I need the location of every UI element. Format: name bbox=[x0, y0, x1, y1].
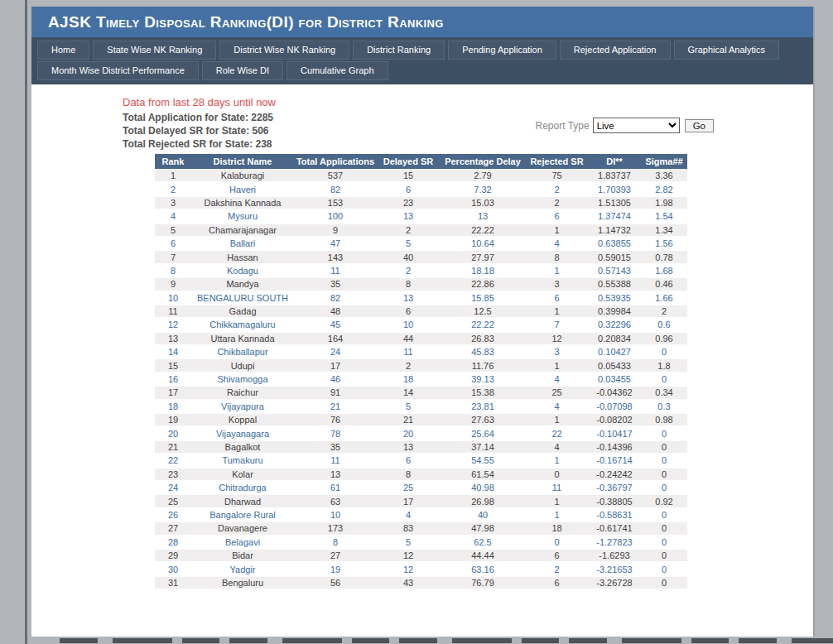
table-row: 8Kodagu11218.1810.571431.68 bbox=[155, 264, 687, 277]
table-cell: -0.16714 bbox=[588, 454, 641, 467]
go-button[interactable]: Go bbox=[685, 119, 714, 132]
table-row: 13Uttara Kannada1644426.83120.208340.96 bbox=[155, 332, 687, 345]
table-cell: 0.6 bbox=[641, 318, 687, 331]
table-cell: Dakshina Kannada bbox=[191, 196, 294, 209]
table-cell: 56 bbox=[294, 576, 377, 589]
table-cell: 39.13 bbox=[440, 372, 526, 386]
table-cell: 0.96 bbox=[641, 332, 687, 345]
table-cell: 0.53935 bbox=[588, 291, 641, 305]
table-cell: 10 bbox=[155, 291, 191, 305]
table-cell: 18 bbox=[377, 372, 440, 386]
tab-month-wise-district-performance[interactable]: Month Wise District Performance bbox=[37, 61, 199, 80]
table-cell: 4 bbox=[526, 440, 588, 454]
table-cell: 25 bbox=[155, 494, 191, 507]
data-range-notice: Data from last 28 days until now bbox=[123, 96, 813, 108]
tab-district-ranking[interactable]: District Ranking bbox=[353, 41, 445, 60]
table-cell: 0.20834 bbox=[588, 332, 641, 345]
table-cell: 8 bbox=[377, 468, 440, 481]
table-cell: 8 bbox=[526, 250, 588, 263]
table-cell: 2.82 bbox=[641, 182, 687, 195]
table-cell: 1 bbox=[526, 494, 588, 507]
table-cell: 11 bbox=[526, 481, 588, 494]
table-cell: Kalaburagi bbox=[191, 169, 294, 182]
table-cell: 13 bbox=[294, 468, 377, 481]
table-cell: 1 bbox=[526, 358, 588, 372]
totals-line: Total Rejected SR for State: 238 bbox=[123, 137, 813, 151]
table-cell: 83 bbox=[377, 521, 440, 535]
table-cell: 43 bbox=[377, 576, 440, 589]
table-cell: 47 bbox=[294, 237, 377, 250]
table-cell: 27 bbox=[294, 549, 377, 562]
tab-district-wise-nk-ranking[interactable]: District Wise NK Ranking bbox=[219, 41, 349, 60]
table-cell: 2 bbox=[377, 223, 440, 237]
table-cell: 10.64 bbox=[440, 237, 526, 250]
table-cell: Chitradurga bbox=[191, 481, 294, 494]
column-header: Rejected SR bbox=[526, 154, 588, 169]
table-cell: Bengaluru bbox=[191, 576, 294, 589]
table-cell: -0.24242 bbox=[588, 468, 641, 481]
table-cell: 1.37474 bbox=[588, 209, 641, 223]
tab-state-wise-nk-ranking[interactable]: State Wise NK Ranking bbox=[93, 41, 216, 60]
table-row: 16Shivamogga461839.1340.034550 bbox=[155, 372, 687, 386]
table-cell: 45 bbox=[294, 318, 377, 331]
table-cell: 0.05433 bbox=[588, 358, 641, 372]
table-cell: 14 bbox=[377, 386, 440, 399]
table-cell: 23.81 bbox=[440, 400, 526, 413]
table-cell: 12 bbox=[526, 332, 588, 345]
table-cell: 164 bbox=[294, 332, 377, 345]
table-cell: 28 bbox=[155, 536, 191, 549]
table-cell: 61.54 bbox=[440, 468, 526, 481]
table-cell: -0.10417 bbox=[588, 426, 641, 440]
table-cell: 8 bbox=[377, 277, 440, 291]
table-cell: 6 bbox=[526, 209, 588, 223]
table-cell: 0 bbox=[526, 536, 588, 549]
table-cell: 40.98 bbox=[440, 481, 526, 494]
table-row: 27Davanagere1738347.9818-0.617410 bbox=[155, 521, 687, 535]
table-cell: 25.64 bbox=[440, 426, 526, 440]
table-cell: 1 bbox=[526, 508, 588, 521]
table-cell: -0.04362 bbox=[588, 386, 641, 399]
table-cell: 26.98 bbox=[440, 494, 526, 507]
report-type-select[interactable]: Live bbox=[593, 118, 680, 133]
tab-graphical-analytics[interactable]: Graphical Analytics bbox=[674, 41, 780, 60]
table-cell: 35 bbox=[294, 440, 377, 454]
tab-home[interactable]: Home bbox=[37, 41, 89, 60]
table-cell: 19 bbox=[294, 562, 377, 575]
table-cell: 18.18 bbox=[440, 264, 526, 277]
tab-pending-application[interactable]: Pending Application bbox=[448, 41, 556, 60]
table-cell: 0.59015 bbox=[588, 250, 641, 263]
table-cell: 61 bbox=[294, 481, 377, 494]
table-cell: 3.36 bbox=[641, 169, 687, 182]
table-cell: 4 bbox=[155, 209, 191, 223]
table-cell: 0.57143 bbox=[588, 264, 641, 277]
table-cell: 2 bbox=[526, 562, 588, 575]
tab-role-wise-di[interactable]: Role Wise DI bbox=[202, 61, 283, 80]
table-cell: 22 bbox=[526, 426, 588, 440]
table-cell: Chikkamagaluru bbox=[191, 318, 294, 331]
table-cell: 17 bbox=[155, 386, 191, 399]
table-cell: 1.54 bbox=[641, 209, 687, 223]
table-cell: -1.6293 bbox=[588, 549, 641, 562]
table-cell: 26.83 bbox=[440, 332, 526, 345]
table-cell: 0.63855 bbox=[588, 237, 641, 250]
table-cell: 63 bbox=[294, 494, 377, 507]
table-cell: 0 bbox=[641, 562, 687, 575]
table-cell: -0.61741 bbox=[588, 521, 641, 535]
table-cell: 46 bbox=[294, 372, 377, 386]
table-cell: Ballari bbox=[191, 237, 294, 250]
table-cell: 0.46 bbox=[641, 277, 687, 291]
table-cell: 5 bbox=[155, 223, 191, 237]
table-cell: 25 bbox=[377, 481, 440, 494]
table-cell: 1.34 bbox=[641, 223, 687, 237]
table-cell: 1.98 bbox=[641, 196, 687, 209]
table-cell: 11 bbox=[155, 305, 191, 318]
table-cell: 23 bbox=[377, 196, 440, 209]
table-cell: 0 bbox=[641, 372, 687, 386]
table-cell: 0 bbox=[641, 508, 687, 521]
table-cell: 4 bbox=[377, 508, 440, 521]
table-cell: 12.5 bbox=[440, 305, 526, 318]
tab-rejected-application[interactable]: Rejected Application bbox=[560, 41, 671, 60]
table-cell: 12 bbox=[377, 562, 440, 575]
report-type-control: Report Type Live Go bbox=[536, 118, 715, 133]
tab-cumulative-graph[interactable]: Cumulative Graph bbox=[286, 61, 388, 80]
